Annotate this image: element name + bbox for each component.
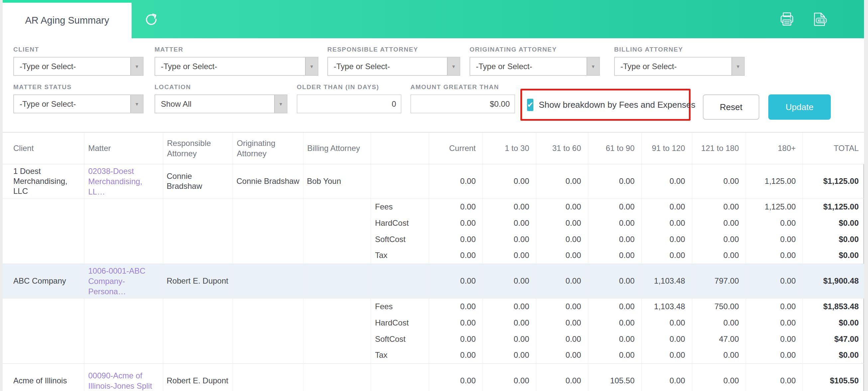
chevron-down-icon[interactable]: ▼ (447, 58, 460, 75)
empty-cell (303, 331, 371, 347)
client-select[interactable]: -Type or Select- ▼ (13, 57, 144, 76)
amount-greater-than-input[interactable] (410, 94, 515, 113)
aging-value-cell: 0.00 (429, 314, 483, 331)
refresh-icon[interactable] (143, 11, 159, 27)
chevron-down-icon[interactable]: ▼ (732, 58, 744, 75)
reset-button[interactable]: Reset (703, 94, 760, 120)
total-cell: $1,125.00 (803, 164, 864, 199)
aging-value-cell: 0.00 (588, 298, 641, 314)
empty-cell (232, 215, 303, 231)
aging-value-cell: 0.00 (641, 247, 692, 264)
aging-value-cell: 0.00 (429, 199, 483, 215)
breakdown-row: SoftCost0.000.000.000.000.000.000.00$0.0… (3, 231, 864, 247)
aging-value-cell: 0.00 (588, 264, 641, 298)
aging-value-cell: 0.00 (641, 314, 692, 331)
empty-cell (3, 314, 84, 331)
billing-attorney-filter-label: BILLING ATTORNEY (614, 46, 683, 53)
originating-attorney-cell (232, 363, 303, 391)
empty-cell (84, 347, 163, 363)
empty-cell (163, 247, 232, 264)
breakdown-row: Fees0.000.000.000.001,103.48750.000.00$1… (3, 298, 864, 314)
aging-value-cell: 0.00 (692, 231, 746, 247)
show-breakdown-label[interactable]: Show breakdown by Fees and Expenses (539, 100, 695, 110)
aging-value-cell: 0.00 (536, 231, 588, 247)
location-filter-label: LOCATION (155, 84, 191, 91)
aging-value-cell: 0.00 (483, 298, 536, 314)
billing-attorney-cell (303, 264, 371, 298)
aging-value-cell: 1,125.00 (746, 164, 803, 199)
breakdown-row: Tax0.000.000.000.000.000.000.00$0.00 (3, 247, 864, 264)
chevron-down-icon[interactable]: ▼ (130, 95, 143, 113)
empty-cell (232, 298, 303, 314)
matter-filter-label: MATTER (155, 46, 183, 53)
aging-value-cell: 1,125.00 (746, 199, 803, 215)
total-cell: $105.50 (803, 363, 864, 391)
table-header-row: ClientMatterResponsible AttorneyOriginat… (3, 132, 864, 164)
empty-cell (3, 331, 84, 347)
empty-cell (303, 199, 371, 215)
matter-select[interactable]: -Type or Select- ▼ (155, 57, 318, 76)
chevron-down-icon[interactable]: ▼ (587, 58, 599, 75)
empty-cell (163, 199, 232, 215)
column-header-Matter: Matter (84, 132, 163, 164)
tab-ar-aging-summary[interactable]: AR Aging Summary (3, 0, 132, 38)
filter-panel: CLIENT MATTER RESPONSIBLE ATTORNEY ORIGI… (3, 38, 864, 132)
checkmark-icon: ✔ (527, 100, 533, 110)
aging-value-cell: 0.00 (536, 215, 588, 231)
matter-link[interactable]: 1006-0001-ABC Company-Persona… (88, 266, 146, 296)
aging-value-cell: 0.00 (588, 231, 641, 247)
matter-link[interactable]: 00090-Acme of Illinois-Jones Split (88, 371, 152, 390)
matter-status-select[interactable]: -Type or Select- ▼ (13, 94, 144, 113)
total-cell: $0.00 (803, 215, 864, 231)
empty-cell (84, 314, 163, 331)
chevron-down-icon[interactable]: ▼ (305, 58, 318, 75)
empty-cell (163, 347, 232, 363)
empty-cell (163, 331, 232, 347)
empty-cell (303, 314, 371, 331)
aging-value-cell: 0.00 (536, 247, 588, 264)
aging-value-cell: 0.00 (536, 199, 588, 215)
responsible-attorney-select[interactable]: -Type or Select- ▼ (327, 57, 460, 76)
responsible-attorney-filter-label: RESPONSIBLE ATTORNEY (327, 46, 418, 53)
aging-value-cell: 0.00 (483, 199, 536, 215)
matter-cell: 00090-Acme of Illinois-Jones Split (84, 363, 163, 391)
aging-value-cell: 750.00 (692, 298, 746, 314)
update-button[interactable]: Update (768, 94, 831, 120)
chevron-down-icon[interactable]: ▼ (130, 58, 143, 75)
empty-cell (163, 314, 232, 331)
responsible-attorney-select-value: -Type or Select- (328, 62, 447, 71)
show-breakdown-checkbox[interactable]: ✔ (527, 99, 533, 111)
originating-attorney-select[interactable]: -Type or Select- ▼ (470, 57, 600, 76)
aging-value-cell: 0.00 (588, 347, 641, 363)
empty-cell (232, 199, 303, 215)
aging-value-cell: 105.50 (588, 363, 641, 391)
total-cell: $0.00 (803, 231, 864, 247)
client-cell: ABC Company (3, 264, 84, 298)
aging-value-cell: 0.00 (641, 331, 692, 347)
aging-value-cell: 0.00 (483, 164, 536, 199)
location-select[interactable]: Show All ▼ (155, 94, 287, 113)
matter-link[interactable]: 02038-Doest Merchandising, LL… (88, 167, 143, 196)
column-header-Billing Attorney: Billing Attorney (303, 132, 371, 164)
breakdown-row: Tax0.000.000.000.000.000.000.00$0.00 (3, 347, 864, 363)
older-than-input[interactable] (297, 94, 401, 113)
empty-cell (163, 215, 232, 231)
total-cell: $0.00 (803, 247, 864, 264)
responsible-attorney-cell: Robert E. Dupont (163, 264, 232, 298)
client-row: ABC Company1006-0001-ABC Company-Persona… (3, 264, 864, 298)
column-header-Originating Attorney: Originating Attorney (232, 132, 303, 164)
print-icon[interactable] (779, 11, 795, 27)
aging-value-cell: 0.00 (746, 298, 803, 314)
billing-attorney-select[interactable]: -Type or Select- ▼ (614, 57, 745, 76)
aging-value-cell: 0.00 (483, 314, 536, 331)
column-header-121 to 180: 121 to 180 (692, 132, 746, 164)
total-cell: $0.00 (803, 347, 864, 363)
aging-value-cell: 1,103.48 (641, 298, 692, 314)
client-select-value: -Type or Select- (14, 62, 130, 71)
export-xls-icon[interactable]: XLS (811, 11, 828, 27)
aging-value-cell: 0.00 (641, 164, 692, 199)
aging-value-cell: 0.00 (746, 347, 803, 363)
older-than-filter-label: OLDER THAN (IN DAYS) (297, 84, 379, 91)
empty-cell (3, 347, 84, 363)
chevron-down-icon[interactable]: ▼ (274, 95, 287, 113)
